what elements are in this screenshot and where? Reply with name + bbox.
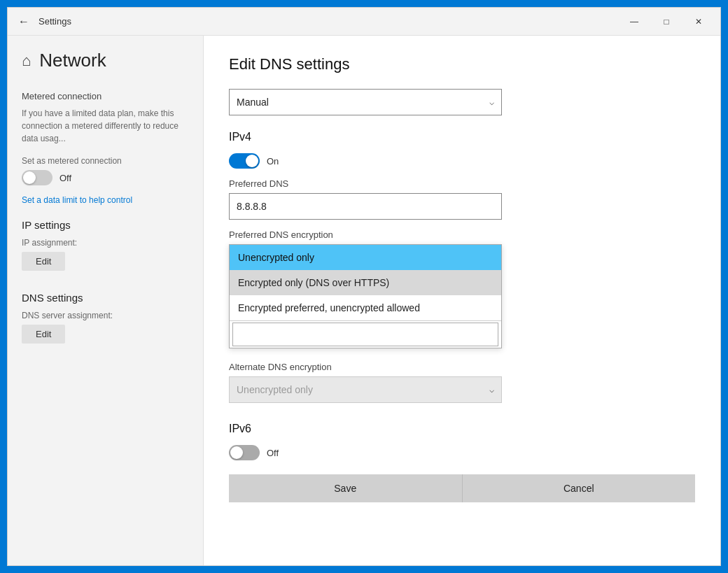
sidebar-header: ⌂ Network: [22, 50, 189, 71]
ipv6-toggle-label: Off: [267, 448, 279, 458]
main-content: ⌂ Network Metered connection If you have…: [8, 36, 720, 565]
ip-edit-button[interactable]: Edit: [22, 252, 65, 271]
metered-toggle[interactable]: [22, 170, 52, 185]
action-buttons: Save Cancel: [229, 474, 695, 502]
ip-assignment-label: IP assignment:: [22, 238, 189, 248]
preferred-encryption-label: Preferred DNS encryption: [229, 229, 695, 240]
dns-edit-button[interactable]: Edit: [22, 325, 65, 344]
back-button[interactable]: ←: [13, 11, 34, 32]
ipv6-heading: IPv6: [229, 423, 695, 435]
close-icon: ✕: [695, 17, 702, 27]
mode-select-value: Manual: [237, 97, 269, 108]
back-icon: ←: [18, 15, 29, 28]
data-limit-link[interactable]: Set a data limit to help control: [22, 195, 189, 205]
metered-label: Set as metered connection: [22, 156, 189, 166]
dns-assignment-label: DNS server assignment:: [22, 311, 189, 320]
metered-toggle-knob: [23, 171, 36, 184]
ipv4-toggle-knob: [246, 155, 258, 167]
dropdown-item-encrypted-only[interactable]: Encrypted only (DNS over HTTPS): [230, 270, 501, 295]
alternate-section: Alternate DNS encryption Unencrypted onl…: [229, 362, 695, 403]
close-button[interactable]: ✕: [682, 8, 715, 36]
save-button[interactable]: Save: [229, 474, 463, 502]
ipv6-toggle-knob: [230, 446, 243, 459]
ipv4-toggle-row: On: [229, 153, 695, 169]
mode-select[interactable]: Manual ⌵: [229, 89, 502, 115]
metered-heading: Metered connection: [22, 91, 189, 101]
dns-settings-heading: DNS settings: [22, 292, 189, 304]
minimize-icon: —: [630, 17, 638, 27]
home-icon[interactable]: ⌂: [22, 52, 31, 70]
ipv4-heading: IPv4: [229, 131, 695, 143]
chevron-down-icon: ⌵: [489, 97, 494, 107]
alternate-dns-select[interactable]: Unencrypted only ⌵: [229, 376, 502, 403]
sidebar-title: Network: [39, 50, 106, 71]
ipv6-section: IPv6 Off: [229, 423, 695, 460]
chevron-down-icon-alt: ⌵: [489, 385, 494, 395]
maximize-button[interactable]: □: [650, 8, 682, 36]
metered-description: If you have a limited data plan, make th…: [22, 107, 189, 145]
sidebar: ⌂ Network Metered connection If you have…: [8, 36, 204, 565]
maximize-icon: □: [664, 17, 668, 27]
app-window: ← Settings — □ ✕ ⌂ Network Metered conne…: [7, 7, 721, 566]
cancel-button[interactable]: Cancel: [463, 474, 696, 502]
titlebar: ← Settings — □ ✕: [8, 8, 720, 36]
dropdown-search-input[interactable]: [232, 323, 498, 346]
dropdown-item-unencrypted-only[interactable]: Unencrypted only: [230, 245, 501, 270]
alternate-dns-value: Unencrypted only: [237, 384, 313, 395]
dropdown-item-encrypted-preferred[interactable]: Encrypted preferred, unencrypted allowed: [230, 295, 501, 320]
metered-toggle-label: Off: [59, 173, 71, 183]
minimize-button[interactable]: —: [618, 8, 650, 36]
ip-settings-heading: IP settings: [22, 219, 189, 231]
ipv4-toggle-label: On: [267, 156, 279, 167]
alternate-dns-label: Alternate DNS encryption: [229, 362, 695, 372]
metered-toggle-row: Off: [22, 170, 189, 185]
ipv6-toggle-row: Off: [229, 445, 695, 460]
ipv4-toggle[interactable]: [229, 153, 260, 169]
panel-title: Edit DNS settings: [229, 55, 695, 73]
ipv6-toggle[interactable]: [229, 445, 260, 460]
panel: Edit DNS settings Manual ⌵ IPv4 On Prefe…: [204, 36, 720, 565]
preferred-dns-input[interactable]: [229, 193, 502, 220]
window-title: Settings: [34, 16, 618, 27]
window-controls: — □ ✕: [618, 8, 715, 36]
preferred-dns-label: Preferred DNS: [229, 178, 695, 189]
dropdown-list: Unencrypted only Encrypted only (DNS ove…: [229, 244, 502, 348]
